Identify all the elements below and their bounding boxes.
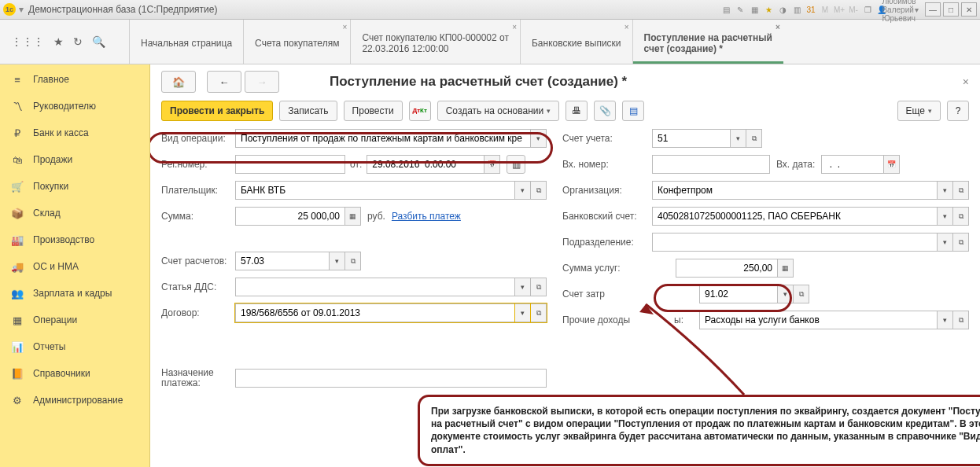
history-icon[interactable]: ↻ [73,35,83,48]
dropdown-icon[interactable]: ▾ [938,207,953,226]
bank-account-input[interactable] [652,207,938,226]
calc-icon[interactable]: ▦ [778,259,794,278]
dropdown-icon[interactable]: ▾ [515,278,531,296]
calendar-icon[interactable]: 📅 [484,155,500,174]
close-icon[interactable]: × [776,23,780,31]
user-dropdown-icon[interactable]: ▾ [910,3,923,16]
dropdown-icon[interactable]: ▾ [938,311,953,329]
print-button[interactable]: 🖶 [566,101,588,121]
nav-sales[interactable]: 🛍Продажи [0,146,149,173]
purpose-input[interactable] [235,369,547,388]
open-icon[interactable]: ⧉ [531,181,547,200]
dropdown-icon[interactable]: ▾ [938,181,953,200]
window-dropdown-icon[interactable]: ▾ [19,4,24,15]
close-icon[interactable]: × [343,23,348,31]
tab-receipt[interactable]: Поступление на расчетныйсчет (создание) … [632,20,783,64]
nav-assets[interactable]: 🚚ОС и НМА [0,253,149,280]
nav-warehouse[interactable]: 📦Склад [0,200,149,226]
back-button[interactable]: ← [207,71,241,93]
division-input[interactable] [652,233,938,252]
service-sum-input[interactable] [676,259,778,278]
other-income-input[interactable] [699,311,938,329]
close-page-button[interactable]: × [963,75,969,88]
account-input[interactable] [235,252,330,270]
tool-icon[interactable]: ◑ [776,3,789,16]
dropdown-icon[interactable]: ▾ [515,181,531,200]
tool-icon[interactable]: ▤ [720,3,732,16]
open-icon[interactable]: ⧉ [953,311,969,329]
date-input[interactable] [367,155,484,174]
open-icon[interactable]: ⧉ [953,233,969,252]
home-button[interactable]: 🏠 [161,71,196,93]
sum-input[interactable] [235,207,345,226]
close-icon[interactable]: × [512,23,517,31]
star-icon[interactable]: ★ [762,3,775,16]
open-icon[interactable]: ⧉ [953,207,969,226]
nav-admin[interactable]: ⚙Администрирование [0,387,149,414]
payer-input[interactable] [235,181,515,200]
create-based-button[interactable]: Создать на основании▾ [437,101,560,121]
calendar-icon[interactable]: 31 [805,3,817,16]
attach-button[interactable]: 📎 [594,101,616,121]
open-icon[interactable]: ⧉ [746,129,762,148]
close-icon[interactable]: × [624,23,629,31]
m-minus-icon[interactable]: M- [847,3,860,16]
org-input[interactable] [652,181,938,200]
open-icon[interactable]: ⧉ [531,278,547,296]
post-button[interactable]: Провести [344,101,403,121]
nav-main[interactable]: ≡Главное [0,66,149,93]
open-icon[interactable]: ⧉ [345,252,361,270]
calc-icon[interactable]: ▥ [790,3,803,16]
apps-icon[interactable]: ⋮⋮⋮ [11,35,44,48]
dropdown-icon[interactable]: ▾ [731,129,746,148]
cost-account-input[interactable] [699,285,778,303]
close-window-button[interactable]: ✕ [961,2,977,17]
nav-operations[interactable]: ▦Операции [0,307,149,333]
split-payment-link[interactable]: Разбить платеж [392,211,461,222]
window-icon[interactable]: ❐ [861,3,874,16]
report-button[interactable]: ▤ [622,101,644,121]
nav-salary[interactable]: 👥Зарплата и кадры [0,280,149,307]
post-close-button[interactable]: Провести и закрыть [161,101,273,121]
dropdown-icon[interactable]: ▾ [330,252,345,270]
calendar-icon[interactable]: 📅 [884,155,900,174]
m-plus-icon[interactable]: M+ [833,3,846,16]
tab-invoices[interactable]: Счета покупателям× [243,20,350,64]
tab-bank-statements[interactable]: Банковские выписки× [520,20,632,64]
help-button[interactable]: ? [947,101,969,121]
nav-production[interactable]: 🏭Производство [0,226,149,253]
extra-button[interactable]: ▥ [507,155,525,174]
minimize-button[interactable]: — [925,2,941,17]
incoming-date-input[interactable] [821,155,884,174]
operation-type-select[interactable] [235,129,531,148]
tool-icon[interactable]: ✎ [734,3,746,16]
calc-icon[interactable]: ▦ [345,207,361,226]
more-button[interactable]: Еще▾ [897,101,941,121]
dropdown-icon[interactable]: ▾ [938,233,953,252]
tool-icon[interactable]: ▦ [748,3,761,16]
open-icon[interactable]: ⧉ [531,303,547,322]
ledger-input[interactable] [652,129,731,148]
open-icon[interactable]: ⧉ [794,285,809,303]
nav-reports[interactable]: 📊Отчеты [0,333,149,360]
open-icon[interactable]: ⧉ [953,181,969,200]
favorites-icon[interactable]: ★ [53,35,64,48]
search-icon[interactable]: 🔍 [92,35,105,48]
incoming-num-input[interactable] [652,155,770,174]
dds-input[interactable] [235,278,515,296]
dropdown-icon[interactable]: ▾ [531,129,547,148]
nav-purchases[interactable]: 🛒Покупки [0,173,149,200]
dropdown-icon[interactable]: ▾ [778,285,794,303]
maximize-button[interactable]: □ [943,2,959,17]
tab-invoice-doc[interactable]: Счет покупателю КП00-000002 от22.03.2016… [350,20,520,64]
nav-manager[interactable]: 〽Руководителю [0,93,149,120]
save-button[interactable]: Записать [279,101,337,121]
nav-bank[interactable]: ₽Банк и касса [0,120,149,146]
contract-input[interactable] [235,303,515,322]
forward-button[interactable]: → [245,71,279,93]
dropdown-icon[interactable]: ▾ [515,303,531,322]
m-icon[interactable]: M [819,3,831,16]
tab-home[interactable]: Начальная страница [129,20,243,64]
dtct-button[interactable]: ДтКт [409,101,431,121]
regnum-input[interactable] [235,155,345,174]
